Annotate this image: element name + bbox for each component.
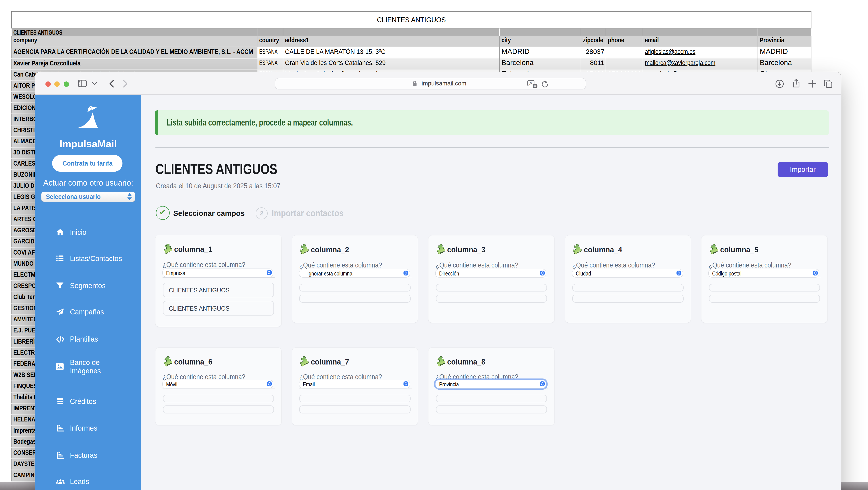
svg-text:A: A [529,81,532,86]
svg-text:★: ★ [533,84,536,88]
